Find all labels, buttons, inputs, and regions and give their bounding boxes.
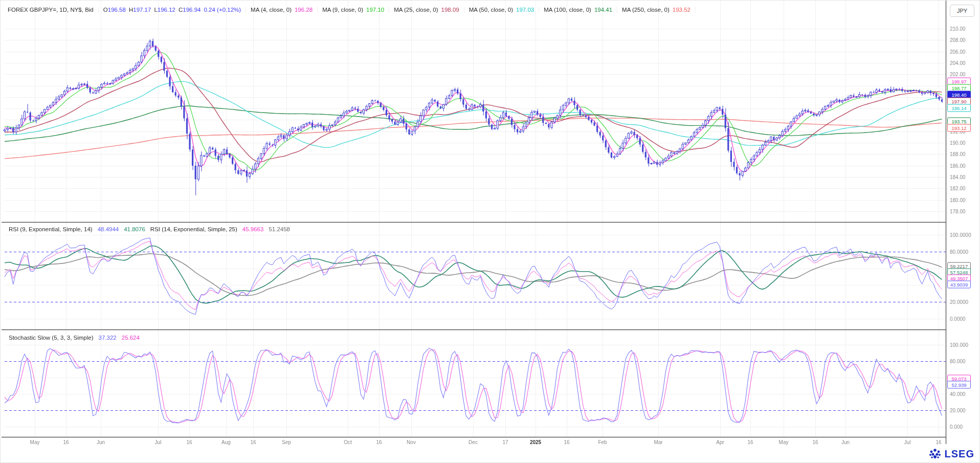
rsi-value-badge: 43.9039: [947, 281, 971, 289]
price-axis-tick: 186.00: [950, 163, 966, 168]
time-axis-label: Feb: [598, 439, 607, 445]
price-axis-tick: 178.00: [950, 208, 966, 214]
price-axis-tick: 182.00: [950, 186, 966, 191]
rsi-legend-segment: RSI (14, Exponential, Simple, 25): [150, 226, 237, 232]
time-axis-label: Oct: [344, 439, 352, 445]
time-axis-label: 16: [250, 439, 256, 445]
rsi-legend-segment: RSI (9, Exponential, Simple, 14): [9, 226, 93, 232]
quote-field: C196.94: [179, 7, 201, 13]
time-axis-label: 16: [747, 439, 753, 445]
rsi-axis-tick: 20.0000: [950, 299, 968, 305]
stoch-axis-tick: 80.000: [950, 359, 966, 364]
time-axis-label: 16: [936, 439, 941, 445]
ma-legend-item[interactable]: MA (100, close, 0)194.41: [539, 7, 617, 13]
time-axis-label: May: [30, 439, 40, 445]
time-axis-label: Jul: [904, 439, 911, 445]
price-axis-tick: 206.00: [950, 49, 966, 54]
instrument-cell[interactable]: FOREX GBPJPY=, 1D, NY$, Bid: [8, 7, 99, 13]
time-axis-label: Sep: [282, 439, 291, 445]
ma-legend-item[interactable]: MA (25, close, 0)198.09: [389, 7, 464, 13]
price-axis-tick: 184.00: [950, 174, 966, 180]
lseg-crest-icon: [928, 448, 942, 460]
price-axis-tick: 208.00: [950, 37, 966, 43]
ma-legend-item[interactable]: MA (250, close, 0)193.52: [617, 7, 696, 13]
time-axis-label: Aug: [221, 439, 231, 445]
price-value-badge: 196.14: [947, 104, 971, 112]
time-axis-label: Mar: [654, 439, 662, 445]
stochastic-legend-segment: Stochastic Slow (5, 3, 3, Simple): [9, 335, 94, 341]
rsi-legend-header[interactable]: RSI (9, Exponential, Simple, 14)48.49444…: [9, 226, 290, 232]
quote-field: 0.24 (+0.12%): [204, 7, 241, 13]
time-axis-label: Jun: [97, 439, 105, 445]
instrument-title: FOREX GBPJPY=, 1D, NY$, Bid: [8, 7, 94, 13]
price-axis-tick: 190.00: [950, 140, 966, 146]
time-axis-label: 16: [63, 439, 69, 445]
stochastic-legend-segment: 25.624: [122, 335, 140, 341]
price-axis-tick: 210.00: [950, 26, 966, 32]
price-value-badge: 193.12: [947, 124, 971, 132]
quote-values-cell[interactable]: O196.58H197.17L196.12C196.940.24 (+0.12%…: [99, 7, 246, 13]
time-axis-label: 16: [376, 439, 382, 445]
lseg-logo-text: LSEG: [945, 448, 974, 460]
stoch-axis-tick: 40.000: [950, 391, 966, 397]
currency-label: JPY: [957, 8, 967, 14]
rsi-legend-segment: 41.8076: [124, 226, 145, 232]
time-axis-label: Dec: [469, 439, 478, 445]
chart-window: FOREX GBPJPY=, 1D, NY$, Bid O196.58H197.…: [0, 0, 980, 463]
stoch-axis-tick: 20.000: [950, 408, 966, 413]
lseg-logo: LSEG: [928, 448, 974, 460]
price-axis-tick: 204.00: [950, 60, 966, 65]
time-axis-label: 2025: [530, 439, 541, 445]
rsi-axis-tick: 0.0000: [950, 316, 966, 322]
time-axis-label: 16: [812, 439, 818, 445]
price-axis-tick: 188.00: [950, 151, 966, 157]
time-axis-label: 16: [564, 439, 569, 445]
quote-field: H197.17: [129, 7, 151, 13]
chart-legend-header: FOREX GBPJPY=, 1D, NY$, Bid O196.58H197.…: [8, 4, 696, 15]
stochastic-legend-segment: 37.322: [99, 335, 117, 341]
currency-axis-button[interactable]: JPY: [950, 5, 974, 17]
time-axis-label: Jun: [841, 439, 850, 445]
quote-field: L196.12: [154, 7, 175, 13]
time-axis-label: 16: [186, 439, 192, 445]
ma-legend-item[interactable]: MA (9, close, 0)197.10: [318, 7, 389, 13]
ma-legend-item[interactable]: MA (4, close, 0)196.28: [246, 7, 318, 13]
price-axis-tick: 202.00: [950, 72, 966, 77]
rsi-axis-tick: 80.0000: [950, 249, 968, 254]
stoch-axis-tick: 100.000: [950, 342, 968, 348]
rsi-legend-segment: 51.2458: [269, 226, 290, 232]
time-axis-label: Nov: [407, 439, 416, 445]
time-axis-label: 17: [502, 439, 508, 445]
quote-field: O196.58: [103, 7, 126, 13]
ma-legend-item[interactable]: MA (50, close, 0)197.03: [464, 7, 539, 13]
rsi-legend-segment: 45.9663: [242, 226, 264, 232]
rsi-axis-tick: 100.0000: [950, 232, 971, 238]
time-axis-label: Jul: [155, 439, 162, 445]
stoch-axis-tick: 0.000: [950, 424, 963, 430]
time-axis-label: Apr: [716, 439, 724, 445]
price-axis-tick: 180.00: [950, 197, 966, 203]
rsi-legend-segment: 48.4944: [98, 226, 119, 232]
stoch-value-badge: 52.939: [947, 381, 971, 389]
time-axis-label: May: [779, 439, 789, 445]
stochastic-legend-header[interactable]: Stochastic Slow (5, 3, 3, Simple)37.3222…: [9, 335, 140, 341]
